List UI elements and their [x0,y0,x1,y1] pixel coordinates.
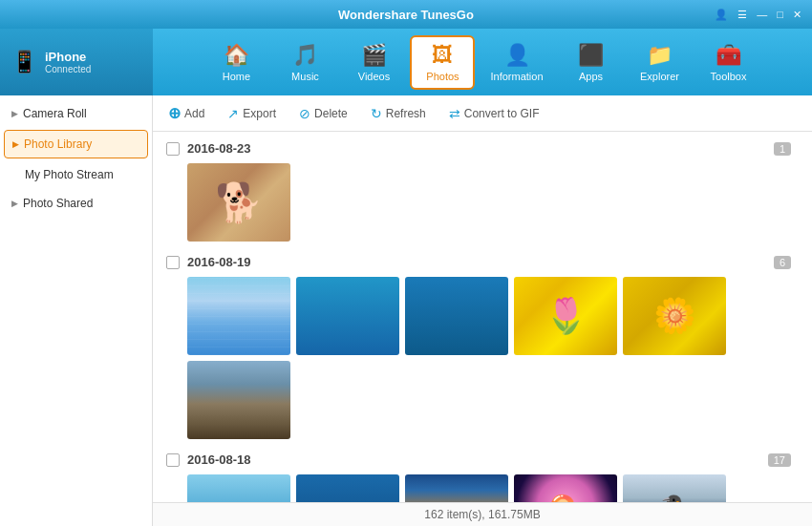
photo-thumb-app5[interactable] [296,474,399,502]
status-bar: 162 item(s), 161.75MB [153,502,812,526]
tab-home-label: Home [223,71,250,82]
photo-thumb-penguins[interactable] [623,474,726,502]
title-bar: Wondershare TunesGo 👤 ☰ — □ ✕ [0,0,812,29]
add-icon: ⊕ [168,104,181,122]
nav-bar: 📱 iPhone Connected 🏠 Home 🎵 Music 🎬 Vide… [0,29,812,95]
refresh-button[interactable]: ↻ Refresh [367,104,430,123]
photo-thumb-app1[interactable] [187,277,290,355]
sidebar-item-photo-library[interactable]: ▶ Photo Library [4,130,148,158]
convert-gif-icon: ⇄ [449,106,460,121]
sidebar: ▶ Camera Roll ▶ Photo Library My Photo S… [0,95,153,526]
photo-content[interactable]: 2016-08-23 1 2016-08-19 6 [153,132,812,502]
sidebar-item-my-photo-stream-label: My Photo Stream [25,168,114,181]
device-status: Connected [45,64,91,74]
photo-thumb-cliff[interactable] [187,361,290,439]
date-count-2: 6 [774,256,791,269]
status-text: 162 item(s), 161.75MB [424,508,540,521]
device-name: iPhone [45,50,91,64]
delete-button[interactable]: ⊘ Delete [295,104,352,123]
toolbar: ⊕ Add ↗ Export ⊘ Delete ↻ Refresh ⇄ Conv… [153,95,812,132]
export-button[interactable]: ↗ Export [224,104,280,123]
date-group-1: 2016-08-23 1 [166,141,799,242]
photo-thumb-tulips2[interactable] [623,277,726,355]
date-label-1: 2016-08-23 [187,141,774,156]
device-info: iPhone Connected [45,50,91,74]
tab-information[interactable]: 👤 Information [479,37,554,88]
photo-thumb-jellyfish[interactable] [514,474,617,502]
minimize-button[interactable]: — [754,9,770,20]
arrow-icon: ▶ [11,109,18,118]
tab-toolbox[interactable]: 🧰 Toolbox [696,37,761,88]
date-checkbox-1[interactable] [166,142,180,156]
tab-explorer[interactable]: 📁 Explorer [628,37,693,88]
tab-explorer-label: Explorer [640,71,679,82]
videos-icon: 🎬 [361,43,387,68]
tab-music-label: Music [291,71,319,82]
date-count-3: 17 [768,453,791,467]
content-area: ⊕ Add ↗ Export ⊘ Delete ↻ Refresh ⇄ Conv… [153,95,812,526]
sidebar-item-camera-roll[interactable]: ▶ Camera Roll [0,99,152,128]
date-header-1: 2016-08-23 1 [166,141,799,156]
tab-home[interactable]: 🏠 Home [203,37,268,88]
date-count-1: 1 [774,142,791,156]
photos-icon: 🖼 [432,43,453,68]
window-controls: 👤 ☰ — □ ✕ [712,9,804,21]
add-button[interactable]: ⊕ Add [164,102,208,124]
add-label: Add [184,107,204,120]
device-panel: 📱 iPhone Connected [0,29,153,95]
photo-thumb-app4[interactable] [187,474,290,502]
arrow-icon: ▶ [12,139,19,149]
tab-photos[interactable]: 🖼 Photos [410,35,475,90]
sidebar-item-camera-roll-label: Camera Roll [23,107,87,120]
date-group-3: 2016-08-18 17 [166,452,799,502]
app-title: Wondershare TunesGo [338,8,474,22]
date-group-2: 2016-08-19 6 [166,255,799,439]
photo-grid-1 [187,163,799,242]
tab-videos-label: Videos [358,71,390,82]
delete-icon: ⊘ [299,106,310,121]
export-icon: ↗ [227,106,239,121]
photo-thumb-app3[interactable] [405,277,508,355]
date-checkbox-3[interactable] [166,453,180,467]
sidebar-item-photo-shared-label: Photo Shared [23,197,93,210]
date-header-2: 2016-08-19 6 [166,255,799,269]
photo-grid-2 [187,277,799,439]
tab-toolbox-label: Toolbox [711,71,747,82]
photo-thumb-tulips[interactable] [514,277,617,355]
home-icon: 🏠 [224,43,249,68]
refresh-icon: ↻ [371,106,382,121]
date-label-2: 2016-08-19 [187,255,774,269]
photo-grid-3 [187,474,799,502]
tab-music[interactable]: 🎵 Music [272,37,337,88]
tab-videos[interactable]: 🎬 Videos [341,37,406,88]
tab-apps-label: Apps [579,71,603,82]
device-icon: 📱 [11,50,37,74]
delete-label: Delete [314,107,348,120]
user-icon[interactable]: 👤 [712,9,731,21]
convert-gif-button[interactable]: ⇄ Convert to GIF [445,104,544,123]
sidebar-item-photo-library-label: Photo Library [24,137,92,151]
nav-tabs: 🏠 Home 🎵 Music 🎬 Videos 🖼 Photos 👤 Infor… [153,29,812,95]
arrow-icon: ▶ [11,199,18,208]
photo-thumb-dog[interactable] [187,163,290,242]
photo-thumb-app2[interactable] [296,277,399,355]
tab-information-label: Information [490,71,543,82]
date-header-3: 2016-08-18 17 [166,452,799,467]
date-checkbox-2[interactable] [166,256,180,269]
date-label-3: 2016-08-18 [187,452,768,467]
close-button[interactable]: ✕ [790,9,804,21]
music-icon: 🎵 [292,43,318,68]
refresh-label: Refresh [386,107,426,120]
explorer-icon: 📁 [647,43,673,68]
maximize-button[interactable]: □ [774,9,786,20]
sidebar-item-my-photo-stream[interactable]: My Photo Stream [0,160,152,189]
information-icon: 👤 [504,43,530,68]
export-label: Export [243,107,276,120]
convert-gif-label: Convert to GIF [464,107,540,120]
sidebar-item-photo-shared[interactable]: ▶ Photo Shared [0,189,152,218]
apps-icon: ⬛ [578,43,604,68]
toolbox-icon: 🧰 [716,43,741,68]
menu-icon[interactable]: ☰ [735,9,750,21]
tab-apps[interactable]: ⬛ Apps [559,37,624,88]
photo-thumb-sunset[interactable] [405,474,508,502]
